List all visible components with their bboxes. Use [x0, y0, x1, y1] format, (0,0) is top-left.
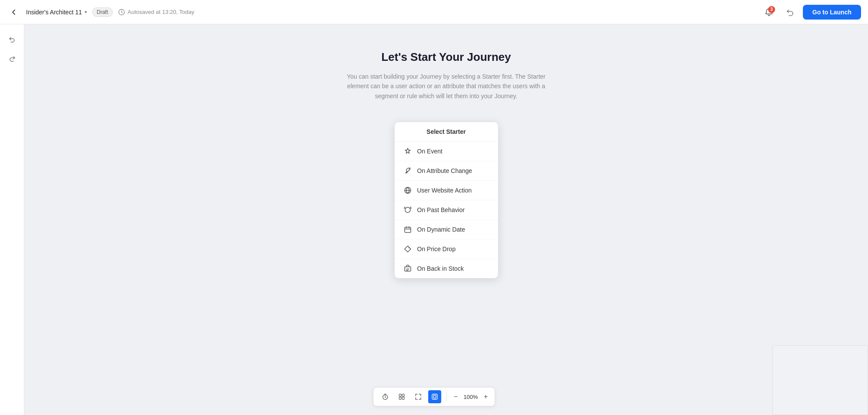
zoom-separator [446, 392, 447, 401]
dropdown-item-on-event[interactable]: On Event [395, 142, 498, 161]
behavior-icon [403, 206, 412, 214]
dropdown-item-past-behavior[interactable]: On Past Behavior [395, 200, 498, 220]
dropdown-item-back-in-stock-label: On Back in Stock [417, 265, 464, 272]
svg-rect-11 [432, 394, 437, 399]
zoom-level: 100% [462, 394, 479, 400]
project-name: Insider's Architect 11 [26, 9, 82, 16]
draft-badge: Draft [92, 7, 113, 17]
go-to-launch-button[interactable]: Go to Launch [803, 5, 861, 20]
svg-rect-9 [399, 397, 401, 399]
main-canvas: Let's Start Your Journey You can start b… [24, 24, 868, 415]
svg-rect-8 [402, 394, 404, 396]
stock-icon [403, 264, 412, 273]
dropdown-item-dynamic-date-label: On Dynamic Date [417, 226, 465, 233]
price-icon [403, 245, 412, 253]
zoom-in-button[interactable]: + [482, 392, 489, 402]
website-icon [403, 186, 412, 195]
dropdown-item-attribute-change[interactable]: On Attribute Change [395, 161, 498, 181]
dropdown-item-user-website-action-label: User Website Action [417, 187, 472, 194]
dropdown-item-attribute-change-label: On Attribute Change [417, 167, 472, 174]
dropdown-item-dynamic-date[interactable]: On Dynamic Date [395, 220, 498, 239]
page-subtitle: You can start building your Journey by s… [342, 72, 551, 101]
svg-rect-3 [405, 227, 411, 232]
notification-badge: 3 [768, 6, 775, 13]
dropdown-menu: Select Starter On Event On A [394, 122, 498, 279]
zoom-out-button[interactable]: − [452, 392, 459, 402]
redo-button[interactable] [4, 50, 20, 66]
svg-point-1 [409, 169, 409, 170]
notification-button[interactable]: 3 [761, 4, 777, 20]
timer-tool-button[interactable] [379, 390, 392, 403]
undo-button[interactable] [4, 31, 20, 47]
dropdown-item-price-drop-label: On Price Drop [417, 246, 456, 252]
svg-rect-12 [433, 395, 436, 398]
autosave-info: Autosaved at 13:20, Today [118, 9, 195, 16]
dropdown-item-past-behavior-label: On Past Behavior [417, 206, 465, 213]
back-button[interactable] [7, 5, 21, 19]
svg-point-4 [408, 247, 409, 248]
minimap [772, 345, 868, 415]
map-tool-button[interactable] [428, 390, 441, 403]
topbar: Insider's Architect 11 ▾ Draft Autosaved… [0, 0, 868, 24]
left-sidebar [0, 24, 24, 415]
fit-tool-button[interactable] [412, 390, 425, 403]
undo-history-button[interactable] [782, 4, 798, 20]
dropdown-header[interactable]: Select Starter [395, 122, 498, 142]
dropdown-item-user-website-action[interactable]: User Website Action [395, 181, 498, 200]
calendar-icon [403, 225, 412, 234]
topbar-right: 3 Go to Launch [761, 4, 861, 20]
project-dropdown-arrow: ▾ [85, 10, 87, 14]
svg-rect-7 [399, 394, 401, 396]
page-title: Let's Start Your Journey [381, 50, 511, 64]
bottom-toolbar: − 100% + [373, 387, 495, 406]
zoom-controls: − 100% + [452, 392, 490, 402]
svg-rect-10 [402, 397, 404, 399]
dropdown-item-back-in-stock[interactable]: On Back in Stock [395, 259, 498, 278]
autosave-text: Autosaved at 13:20, Today [128, 9, 195, 15]
history-icon [118, 9, 125, 16]
event-icon [403, 147, 412, 156]
attribute-icon [403, 166, 412, 175]
starter-dropdown: Select Starter On Event On A [394, 122, 498, 279]
dropdown-item-on-event-label: On Event [417, 148, 442, 155]
grid-tool-button[interactable] [395, 390, 408, 403]
dropdown-item-price-drop[interactable]: On Price Drop [395, 239, 498, 259]
project-name-dropdown[interactable]: Insider's Architect 11 ▾ [26, 9, 87, 16]
